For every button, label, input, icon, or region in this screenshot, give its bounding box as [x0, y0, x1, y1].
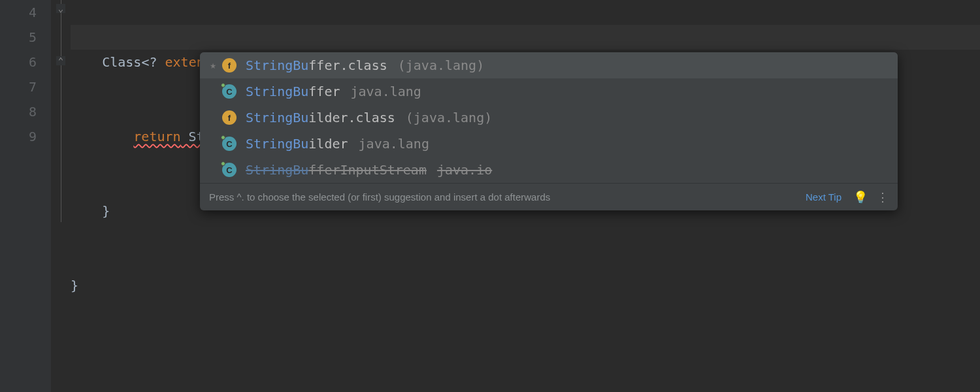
completion-label: StringBufferInputStream — [246, 157, 427, 182]
field-badge-icon: f — [222, 110, 237, 125]
completion-match-fragment: StringBu — [246, 162, 308, 178]
completion-match-fragment: StringBu — [246, 136, 308, 152]
class-badge-icon: C — [222, 163, 237, 177]
line-number: 7 — [0, 74, 37, 99]
completion-footer: Press ^. to choose the selected (or firs… — [200, 183, 898, 210]
completion-rest-fragment: ffer — [308, 84, 340, 99]
completion-package: java.lang — [351, 79, 421, 104]
public-marker-icon — [221, 83, 225, 88]
completion-package: (java.lang) — [398, 53, 484, 78]
completion-package: (java.lang) — [406, 105, 492, 130]
class-badge-icon: C — [222, 84, 237, 99]
intention-bulb-icon[interactable]: 💡 — [853, 190, 868, 204]
completion-match-fragment: StringBu — [246, 57, 308, 73]
public-marker-icon — [221, 135, 225, 140]
best-match-star-icon: ★ — [206, 53, 220, 78]
more-options-icon[interactable]: ⋮ — [877, 190, 889, 204]
completion-match-fragment: StringBu — [246, 110, 308, 125]
completion-package: java.lang — [359, 131, 429, 156]
completion-item[interactable]: ★fStringBuilder.class(java.lang) — [200, 105, 898, 131]
line-number: 5 — [0, 25, 37, 50]
line-number: 4 — [0, 0, 37, 25]
completion-item[interactable]: ★CStringBufferjava.lang — [200, 78, 898, 105]
fold-guide-line — [61, 0, 61, 222]
completion-item[interactable]: ★fStringBuffer.class(java.lang) — [200, 52, 898, 78]
code-line: } — [71, 273, 980, 298]
fold-toggle-icon[interactable]: ⌄ — [56, 4, 65, 13]
public-marker-icon — [221, 161, 225, 166]
next-tip-link[interactable]: Next Tip — [806, 191, 841, 203]
completion-package: java.io — [437, 157, 492, 182]
fold-column: ⌄ ⌃ — [51, 0, 71, 392]
line-number: 8 — [0, 99, 37, 124]
completion-label: StringBuffer — [246, 79, 340, 104]
completion-item[interactable]: ★CStringBufferInputStreamjava.io — [200, 157, 898, 183]
line-number-gutter: 4 5 6 7 8 9 — [0, 0, 51, 392]
completion-rest-fragment: ilder.class — [308, 110, 395, 125]
field-badge-icon: f — [222, 58, 237, 73]
completion-hint-text: Press ^. to choose the selected (or firs… — [209, 191, 795, 203]
completion-rest-fragment: fferInputStream — [308, 162, 427, 178]
class-badge-icon: C — [222, 137, 237, 151]
completion-label: StringBuilder.class — [246, 105, 395, 130]
line-number: 6 — [0, 50, 37, 74]
code-completion-popup: ★fStringBuffer.class(java.lang)★CStringB… — [200, 52, 898, 210]
fold-end-icon[interactable]: ⌃ — [56, 56, 65, 65]
completion-match-fragment: StringBu — [246, 84, 308, 99]
completion-rest-fragment: ffer.class — [308, 57, 387, 73]
completion-rest-fragment: ilder — [308, 136, 348, 152]
completion-label: StringBuilder — [246, 131, 348, 156]
completion-item[interactable]: ★CStringBuilderjava.lang — [200, 131, 898, 157]
completion-label: StringBuffer.class — [246, 53, 387, 78]
line-number: 9 — [0, 124, 37, 149]
